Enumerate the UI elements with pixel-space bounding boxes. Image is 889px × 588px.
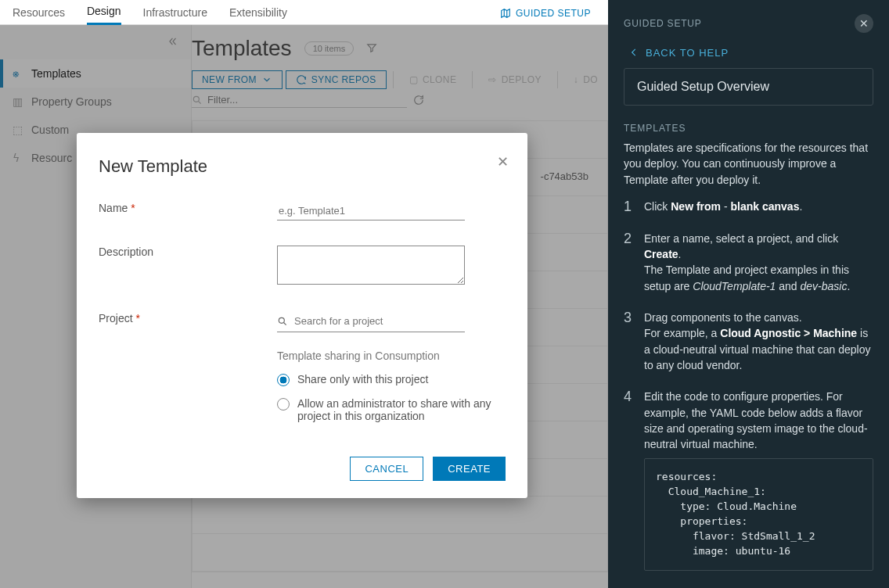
- guided-setup-link[interactable]: GUIDED SETUP: [500, 8, 591, 24]
- guided-setup-panel: GUIDED SETUP ✕ BACK TO HELP Guided Setup…: [608, 0, 889, 588]
- tab-design[interactable]: Design: [87, 5, 121, 25]
- yaml-code-block: resources: Cloud_Machine_1: type: Cloud.…: [644, 458, 873, 570]
- step-1: 1 Click New from - blank canvas.: [624, 199, 873, 215]
- overview-card[interactable]: Guided Setup Overview: [624, 68, 873, 106]
- step-2: 2 Enter a name, select a project, and cl…: [624, 231, 873, 294]
- search-icon: [277, 316, 288, 327]
- create-button[interactable]: CREATE: [433, 457, 506, 481]
- tab-resources[interactable]: Resources: [13, 6, 65, 24]
- radio-unselected-icon: [277, 398, 290, 411]
- share-option-project[interactable]: Share only with this project: [277, 373, 506, 386]
- map-icon: [500, 8, 511, 19]
- project-label: Project *: [99, 312, 277, 324]
- description-input[interactable]: [277, 246, 465, 285]
- modal-title: New Template: [99, 156, 506, 177]
- cancel-button[interactable]: CANCEL: [350, 457, 423, 481]
- radio-label: Share only with this project: [297, 373, 428, 385]
- top-tabs: Resources Design Infrastructure Extensib…: [0, 0, 608, 25]
- project-search[interactable]: [277, 312, 465, 332]
- guided-setup-label: GUIDED SETUP: [516, 8, 591, 19]
- share-option-org[interactable]: Allow an administrator to share with any…: [277, 397, 506, 422]
- tab-extensibility[interactable]: Extensibility: [229, 6, 287, 24]
- name-input[interactable]: [277, 202, 465, 220]
- tab-infrastructure[interactable]: Infrastructure: [143, 6, 207, 24]
- panel-intro: Templates are specifications for the res…: [624, 140, 873, 188]
- sharing-heading: Template sharing in Consumption: [277, 350, 506, 362]
- panel-title: GUIDED SETUP: [624, 18, 702, 29]
- panel-section-title: TEMPLATES: [624, 123, 873, 134]
- close-icon[interactable]: ✕: [497, 153, 509, 170]
- description-label: Description: [99, 246, 277, 258]
- new-template-modal: New Template ✕ Name * Description Projec…: [77, 133, 527, 498]
- radio-label: Allow an administrator to share with any…: [297, 397, 506, 422]
- step-3: 3 Drag components to the canvas.For exam…: [624, 310, 873, 373]
- chevron-left-icon: [628, 47, 639, 58]
- step-4: 4 Edit the code to configure properties.…: [624, 389, 873, 570]
- radio-selected-icon: [277, 374, 290, 386]
- name-label: Name *: [99, 202, 277, 214]
- back-to-help-link[interactable]: BACK TO HELP: [628, 47, 873, 59]
- project-input[interactable]: [293, 312, 465, 330]
- svg-point-1: [279, 317, 284, 323]
- panel-close-icon[interactable]: ✕: [855, 14, 873, 33]
